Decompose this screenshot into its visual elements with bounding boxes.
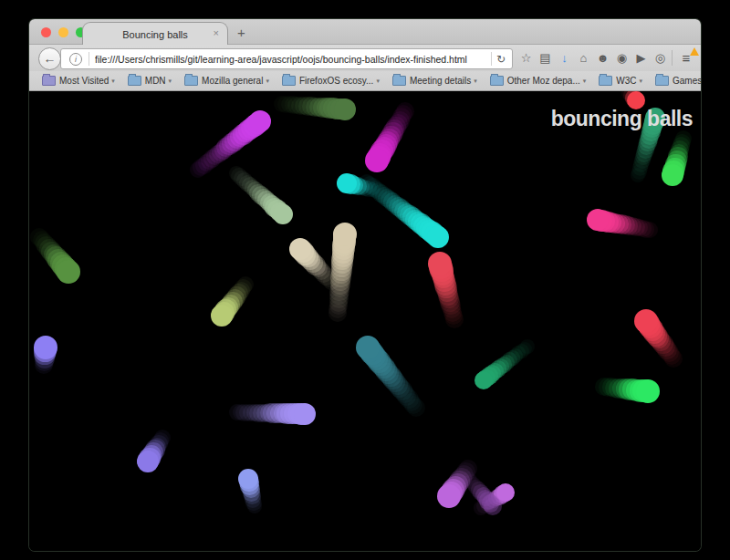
bookmark-item-meeting-details[interactable]: Meeting details▾ [392,76,477,86]
divider [89,52,89,66]
orchid-ball-large [437,484,461,508]
bookmark-label: MDN [145,76,166,86]
periwinkle-blue-ball [238,469,258,489]
bookmark-label: Mozilla general [202,76,263,86]
traffic-lights [41,27,86,37]
chevron-down-icon: ▾ [474,78,477,85]
reading-list-icon[interactable]: ▤ [536,51,555,65]
bookmark-item-most-visited[interactable]: Most Visited▾ [42,76,115,86]
bookmark-item-games[interactable]: Games▾ [655,76,701,86]
page-info-icon[interactable]: i [69,53,82,66]
page-title: bouncing balls [551,107,693,131]
bookmark-item-firefoxos-ecosy[interactable]: FirefoxOS ecosy...▾ [282,76,380,86]
toolbar-icons: ☆▤↓⌂☻◉▶◎≡ [516,45,701,71]
red-ball-right [634,309,658,333]
bookmark-item-w3c[interactable]: W3C▾ [599,76,642,86]
hot-pink-ball [587,209,609,231]
chevron-down-icon: ▾ [640,78,643,85]
cyan-ball-large [427,226,449,248]
bouncing-balls-canvas[interactable]: bouncing balls [29,91,701,551]
bookmark-item-other-moz-depa[interactable]: Other Moz depa...▾ [490,76,587,86]
url-bar[interactable]: i file:///Users/chrismills/git/learning-… [60,48,513,69]
chevron-down-icon: ▾ [266,78,269,85]
menu-icon[interactable]: ≡ [674,50,698,66]
bright-green-ball [636,379,660,403]
cyan-ball-small [337,173,357,193]
crimson-ball [428,252,452,275]
bookmark-label: Games [673,76,701,86]
bookmark-label: Meeting details [410,76,471,86]
beige-ball [289,238,311,260]
folder-icon [655,76,669,86]
folder-icon [490,76,504,86]
folder-icon [599,76,612,86]
privacy-swirl-icon[interactable]: ◎ [651,51,670,65]
khaki-ball [211,305,233,327]
muted-green-ball [334,99,356,120]
bookmark-item-mozilla-general[interactable]: Mozilla general▾ [184,76,269,86]
chevron-down-icon: ▾ [376,78,380,85]
chevron-down-icon: ▾ [169,78,172,85]
warning-badge-icon [690,47,699,56]
desktop-background: Bouncing balls × + ← i file:///Users/chr… [0,0,730,560]
back-button[interactable]: ← [38,47,61,70]
periwinkle-ball [34,336,57,359]
home-icon[interactable]: ⌂ [574,51,593,65]
sage-green-ball [273,204,293,224]
slate-purple-ball [137,451,159,472]
bookmark-label: FirefoxOS ecosy... [299,76,374,86]
folder-icon [184,76,198,86]
folder-icon [392,76,406,86]
tab-bar: Bouncing balls × + [29,19,701,45]
ball-trail-dot [484,497,502,515]
chevron-down-icon: ▾ [111,78,115,85]
dark-teal-ball [356,336,380,359]
tab-bouncing-balls[interactable]: Bouncing balls × [82,22,228,46]
bookmark-label: W3C [616,76,636,86]
close-window-button[interactable] [41,27,51,37]
browser-window: Bouncing balls × + ← i file:///Users/chr… [29,19,701,551]
divider [491,52,492,66]
magenta-ball [365,149,389,172]
light-purple-ball [294,403,316,425]
bookmark-item-mdn[interactable]: MDN▾ [128,76,172,86]
sea-green-ball [474,371,493,389]
url-text[interactable]: file:///Users/chrismills/git/learning-ar… [95,54,486,65]
reload-icon[interactable]: ↻ [496,53,506,66]
folder-icon [128,76,141,86]
divider [672,50,673,66]
bookmark-label: Other Moz depa... [507,76,580,86]
folder-icon [42,76,56,86]
bright-green-ball-top [662,164,683,186]
bookmarks-bar: Most Visited▾MDN▾Mozilla general▾Firefox… [29,71,701,91]
folder-icon [282,76,296,86]
wallpaper-curve [218,0,525,20]
new-tab-button[interactable]: + [237,25,245,40]
minimize-window-button[interactable] [58,27,68,37]
tan-ball [333,223,357,246]
bookmark-label: Most Visited [59,76,109,86]
navigation-toolbar: ← i file:///Users/chrismills/git/learnin… [29,45,701,71]
tab-title: Bouncing balls [122,29,188,40]
downloads-icon[interactable]: ↓ [555,51,574,65]
feedback-smiley-icon[interactable]: ☻ [593,51,612,65]
tab-close-icon[interactable]: × [214,26,219,39]
green-ball-left [57,260,80,284]
magenta-purple-ball [249,110,271,132]
chevron-down-icon: ▾ [583,78,587,85]
bookmark-star-icon[interactable]: ☆ [516,51,536,65]
pocket-icon[interactable]: ◉ [612,51,631,65]
video-download-icon[interactable]: ▶ [631,51,651,65]
